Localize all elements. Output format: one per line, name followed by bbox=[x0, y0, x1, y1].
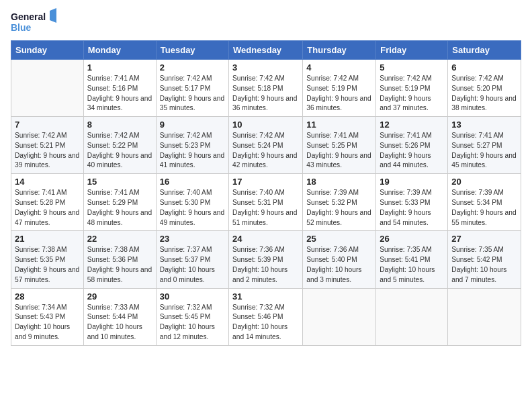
calendar-header-row: SundayMondayTuesdayWednesdayThursdayFrid… bbox=[11, 41, 521, 60]
day-info: Sunrise: 7:40 AMSunset: 5:31 PMDaylight:… bbox=[232, 188, 299, 228]
day-number: 29 bbox=[87, 291, 152, 302]
day-number: 9 bbox=[160, 120, 225, 130]
calendar-cell: 25 Sunrise: 7:36 AMSunset: 5:40 PMDaylig… bbox=[303, 231, 376, 288]
calendar-cell: 5 Sunrise: 7:42 AMSunset: 5:19 PMDayligh… bbox=[376, 60, 448, 117]
logo-svg: General Blue bbox=[11, 8, 58, 35]
calendar-cell: 28 Sunrise: 7:34 AMSunset: 5:43 PMDaylig… bbox=[11, 288, 84, 345]
day-info: Sunrise: 7:37 AMSunset: 5:37 PMDaylight:… bbox=[160, 245, 225, 285]
day-number: 7 bbox=[15, 120, 80, 130]
day-info: Sunrise: 7:42 AMSunset: 5:19 PMDaylight:… bbox=[306, 74, 372, 113]
calendar-cell: 11 Sunrise: 7:41 AMSunset: 5:25 PMDaylig… bbox=[303, 117, 376, 174]
day-info: Sunrise: 7:32 AMSunset: 5:46 PMDaylight:… bbox=[232, 303, 299, 342]
day-number: 11 bbox=[306, 120, 372, 130]
calendar-cell: 4 Sunrise: 7:42 AMSunset: 5:19 PMDayligh… bbox=[303, 60, 376, 117]
day-number: 25 bbox=[306, 234, 372, 244]
calendar-cell: 26 Sunrise: 7:35 AMSunset: 5:41 PMDaylig… bbox=[376, 231, 448, 288]
calendar-week-row: 21 Sunrise: 7:38 AMSunset: 5:35 PMDaylig… bbox=[11, 231, 521, 288]
column-header-friday: Friday bbox=[376, 41, 448, 60]
day-number: 17 bbox=[232, 177, 299, 187]
day-number: 1 bbox=[87, 62, 152, 73]
calendar-cell: 21 Sunrise: 7:38 AMSunset: 5:35 PMDaylig… bbox=[11, 231, 84, 288]
day-info: Sunrise: 7:42 AMSunset: 5:18 PMDaylight:… bbox=[232, 74, 299, 113]
day-info: Sunrise: 7:41 AMSunset: 5:29 PMDaylight:… bbox=[87, 188, 152, 228]
svg-text:General: General bbox=[11, 11, 46, 22]
day-info: Sunrise: 7:38 AMSunset: 5:35 PMDaylight:… bbox=[15, 245, 80, 285]
day-number: 26 bbox=[380, 234, 444, 244]
day-number: 13 bbox=[451, 120, 517, 130]
column-header-saturday: Saturday bbox=[448, 41, 521, 60]
calendar-cell: 14 Sunrise: 7:41 AMSunset: 5:28 PMDaylig… bbox=[11, 174, 84, 231]
calendar-cell bbox=[376, 288, 448, 345]
day-info: Sunrise: 7:34 AMSunset: 5:43 PMDaylight:… bbox=[15, 303, 80, 342]
calendar-cell: 15 Sunrise: 7:41 AMSunset: 5:29 PMDaylig… bbox=[83, 174, 156, 231]
day-number: 23 bbox=[160, 234, 225, 244]
day-info: Sunrise: 7:38 AMSunset: 5:36 PMDaylight:… bbox=[87, 245, 152, 285]
day-number: 3 bbox=[232, 62, 299, 73]
day-number: 4 bbox=[306, 62, 372, 73]
day-number: 22 bbox=[87, 234, 152, 244]
day-info: Sunrise: 7:41 AMSunset: 5:16 PMDaylight:… bbox=[87, 74, 152, 113]
page-container: General Blue SundayMondayTuesdayWednesda… bbox=[0, 0, 532, 411]
day-number: 16 bbox=[160, 177, 225, 187]
day-number: 12 bbox=[380, 120, 444, 130]
calendar-cell: 6 Sunrise: 7:42 AMSunset: 5:20 PMDayligh… bbox=[448, 60, 521, 117]
day-info: Sunrise: 7:36 AMSunset: 5:39 PMDaylight:… bbox=[232, 245, 299, 285]
day-number: 28 bbox=[15, 291, 80, 302]
calendar-cell: 22 Sunrise: 7:38 AMSunset: 5:36 PMDaylig… bbox=[83, 231, 156, 288]
day-number: 15 bbox=[87, 177, 152, 187]
calendar-week-row: 7 Sunrise: 7:42 AMSunset: 5:21 PMDayligh… bbox=[11, 117, 521, 174]
day-info: Sunrise: 7:32 AMSunset: 5:45 PMDaylight:… bbox=[160, 303, 225, 342]
day-info: Sunrise: 7:33 AMSunset: 5:44 PMDaylight:… bbox=[87, 303, 152, 342]
day-number: 27 bbox=[451, 234, 517, 244]
calendar-table: SundayMondayTuesdayWednesdayThursdayFrid… bbox=[11, 40, 521, 346]
calendar-cell: 18 Sunrise: 7:39 AMSunset: 5:32 PMDaylig… bbox=[303, 174, 376, 231]
day-info: Sunrise: 7:36 AMSunset: 5:40 PMDaylight:… bbox=[306, 245, 372, 285]
calendar-cell: 19 Sunrise: 7:39 AMSunset: 5:33 PMDaylig… bbox=[376, 174, 448, 231]
day-info: Sunrise: 7:39 AMSunset: 5:33 PMDaylight:… bbox=[380, 188, 444, 228]
column-header-wednesday: Wednesday bbox=[229, 41, 303, 60]
logo: General Blue bbox=[11, 8, 58, 35]
day-info: Sunrise: 7:42 AMSunset: 5:20 PMDaylight:… bbox=[451, 74, 517, 113]
calendar-cell: 7 Sunrise: 7:42 AMSunset: 5:21 PMDayligh… bbox=[11, 117, 84, 174]
day-info: Sunrise: 7:42 AMSunset: 5:21 PMDaylight:… bbox=[15, 131, 80, 171]
day-info: Sunrise: 7:42 AMSunset: 5:23 PMDaylight:… bbox=[160, 131, 225, 171]
column-header-sunday: Sunday bbox=[11, 41, 84, 60]
calendar-week-row: 1 Sunrise: 7:41 AMSunset: 5:16 PMDayligh… bbox=[11, 60, 521, 117]
day-number: 5 bbox=[380, 62, 444, 73]
day-number: 10 bbox=[232, 120, 299, 130]
calendar-cell: 10 Sunrise: 7:42 AMSunset: 5:24 PMDaylig… bbox=[229, 117, 303, 174]
day-info: Sunrise: 7:39 AMSunset: 5:32 PMDaylight:… bbox=[306, 188, 372, 228]
column-header-tuesday: Tuesday bbox=[156, 41, 228, 60]
day-info: Sunrise: 7:42 AMSunset: 5:22 PMDaylight:… bbox=[87, 131, 152, 171]
day-number: 31 bbox=[232, 291, 299, 302]
day-info: Sunrise: 7:35 AMSunset: 5:41 PMDaylight:… bbox=[380, 245, 444, 285]
day-number: 18 bbox=[306, 177, 372, 187]
calendar-cell: 9 Sunrise: 7:42 AMSunset: 5:23 PMDayligh… bbox=[156, 117, 228, 174]
day-info: Sunrise: 7:40 AMSunset: 5:30 PMDaylight:… bbox=[160, 188, 225, 228]
calendar-cell bbox=[448, 288, 521, 345]
calendar-cell: 2 Sunrise: 7:42 AMSunset: 5:17 PMDayligh… bbox=[156, 60, 228, 117]
calendar-cell: 29 Sunrise: 7:33 AMSunset: 5:44 PMDaylig… bbox=[83, 288, 156, 345]
day-info: Sunrise: 7:42 AMSunset: 5:19 PMDaylight:… bbox=[380, 74, 444, 113]
day-info: Sunrise: 7:41 AMSunset: 5:28 PMDaylight:… bbox=[15, 188, 80, 228]
calendar-cell: 24 Sunrise: 7:36 AMSunset: 5:39 PMDaylig… bbox=[229, 231, 303, 288]
svg-marker-2 bbox=[50, 8, 56, 23]
calendar-cell: 20 Sunrise: 7:39 AMSunset: 5:34 PMDaylig… bbox=[448, 174, 521, 231]
calendar-cell: 8 Sunrise: 7:42 AMSunset: 5:22 PMDayligh… bbox=[83, 117, 156, 174]
calendar-week-row: 28 Sunrise: 7:34 AMSunset: 5:43 PMDaylig… bbox=[11, 288, 521, 345]
calendar-cell: 31 Sunrise: 7:32 AMSunset: 5:46 PMDaylig… bbox=[229, 288, 303, 345]
day-number: 20 bbox=[451, 177, 517, 187]
calendar-cell: 27 Sunrise: 7:35 AMSunset: 5:42 PMDaylig… bbox=[448, 231, 521, 288]
day-number: 8 bbox=[87, 120, 152, 130]
calendar-cell: 3 Sunrise: 7:42 AMSunset: 5:18 PMDayligh… bbox=[229, 60, 303, 117]
day-number: 14 bbox=[15, 177, 80, 187]
calendar-cell: 23 Sunrise: 7:37 AMSunset: 5:37 PMDaylig… bbox=[156, 231, 228, 288]
day-number: 21 bbox=[15, 234, 80, 244]
day-info: Sunrise: 7:41 AMSunset: 5:27 PMDaylight:… bbox=[451, 131, 517, 171]
calendar-cell bbox=[303, 288, 376, 345]
day-number: 24 bbox=[232, 234, 299, 244]
day-number: 2 bbox=[160, 62, 225, 73]
day-info: Sunrise: 7:42 AMSunset: 5:24 PMDaylight:… bbox=[232, 131, 299, 171]
day-info: Sunrise: 7:42 AMSunset: 5:17 PMDaylight:… bbox=[160, 74, 225, 113]
calendar-week-row: 14 Sunrise: 7:41 AMSunset: 5:28 PMDaylig… bbox=[11, 174, 521, 231]
